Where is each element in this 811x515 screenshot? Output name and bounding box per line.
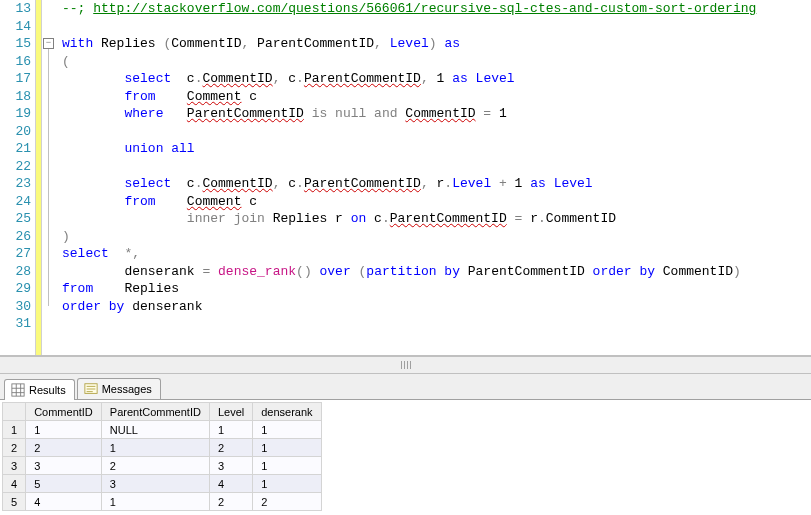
line-number: 29 <box>0 280 31 298</box>
cell[interactable]: 5 <box>26 475 102 493</box>
row-header[interactable]: 2 <box>3 439 26 457</box>
table-row[interactable]: 54122 <box>3 493 322 511</box>
svg-rect-0 <box>12 384 24 396</box>
code-line[interactable]: with Replies (CommentID, ParentCommentID… <box>62 35 805 53</box>
code-line[interactable] <box>62 123 805 141</box>
line-number: 21 <box>0 140 31 158</box>
cell[interactable]: 2 <box>26 439 102 457</box>
code-line[interactable]: from Comment c <box>62 193 805 211</box>
tab-messages-label: Messages <box>102 383 152 395</box>
code-line[interactable]: ( <box>62 53 805 71</box>
grid-icon <box>11 383 25 397</box>
cell[interactable]: 3 <box>209 457 252 475</box>
cell[interactable]: NULL <box>101 421 209 439</box>
line-number: 15 <box>0 35 31 53</box>
cell[interactable]: 3 <box>101 475 209 493</box>
messages-icon <box>84 382 98 396</box>
cell[interactable]: 2 <box>209 493 252 511</box>
cell[interactable]: 1 <box>101 493 209 511</box>
grid-corner <box>3 403 26 421</box>
cell[interactable]: 4 <box>209 475 252 493</box>
line-number: 14 <box>0 18 31 36</box>
cell[interactable]: 1 <box>101 439 209 457</box>
code-line[interactable] <box>62 158 805 176</box>
fold-toggle[interactable]: − <box>43 38 54 49</box>
line-number-gutter: 13141516171819202122232425262728293031 <box>0 0 36 355</box>
cell[interactable]: 1 <box>253 421 321 439</box>
cell[interactable]: 1 <box>253 475 321 493</box>
line-number: 24 <box>0 193 31 211</box>
line-number: 26 <box>0 228 31 246</box>
results-grid[interactable]: CommentIDParentCommentIDLeveldenserank 1… <box>2 402 322 511</box>
horizontal-scrollbar[interactable] <box>0 356 811 374</box>
line-number: 28 <box>0 263 31 281</box>
code-line[interactable]: from Comment c <box>62 88 805 106</box>
line-number: 31 <box>0 315 31 333</box>
results-tab-bar: Results Messages <box>0 374 811 400</box>
column-header[interactable]: denserank <box>253 403 321 421</box>
results-grid-wrap: CommentIDParentCommentIDLeveldenserank 1… <box>0 400 811 513</box>
tab-messages[interactable]: Messages <box>77 378 161 399</box>
cell[interactable]: 2 <box>101 457 209 475</box>
column-header[interactable]: ParentCommentID <box>101 403 209 421</box>
line-number: 25 <box>0 210 31 228</box>
code-line[interactable]: denserank = dense_rank() over (partition… <box>62 263 805 281</box>
cell[interactable]: 3 <box>26 457 102 475</box>
table-row[interactable]: 22121 <box>3 439 322 457</box>
code-line[interactable] <box>62 18 805 36</box>
code-line[interactable]: --; http://stackoverflow.com/questions/5… <box>62 0 805 18</box>
comment-link[interactable]: http://stackoverflow.com/questions/56606… <box>93 1 756 16</box>
table-row[interactable]: 45341 <box>3 475 322 493</box>
table-row[interactable]: 33231 <box>3 457 322 475</box>
code-line[interactable] <box>62 315 805 333</box>
line-number: 27 <box>0 245 31 263</box>
line-number: 18 <box>0 88 31 106</box>
line-number: 13 <box>0 0 31 18</box>
column-header[interactable]: CommentID <box>26 403 102 421</box>
code-line[interactable]: ) <box>62 228 805 246</box>
sql-editor-pane[interactable]: 13141516171819202122232425262728293031 −… <box>0 0 811 356</box>
code-line[interactable]: select c.CommentID, c.ParentCommentID, r… <box>62 175 805 193</box>
line-number: 30 <box>0 298 31 316</box>
row-header[interactable]: 4 <box>3 475 26 493</box>
table-row[interactable]: 11NULL11 <box>3 421 322 439</box>
cell[interactable]: 1 <box>253 439 321 457</box>
code-line[interactable]: select c.CommentID, c.ParentCommentID, 1… <box>62 70 805 88</box>
cell[interactable]: 2 <box>209 439 252 457</box>
cell[interactable]: 4 <box>26 493 102 511</box>
code-line[interactable]: where ParentCommentID is null and Commen… <box>62 105 805 123</box>
row-header[interactable]: 3 <box>3 457 26 475</box>
code-line[interactable]: union all <box>62 140 805 158</box>
row-header[interactable]: 5 <box>3 493 26 511</box>
tab-results[interactable]: Results <box>4 379 75 400</box>
cell[interactable]: 1 <box>26 421 102 439</box>
line-number: 19 <box>0 105 31 123</box>
scroll-grip-icon[interactable] <box>391 361 421 369</box>
tab-results-label: Results <box>29 384 66 396</box>
line-number: 17 <box>0 70 31 88</box>
line-number: 16 <box>0 53 31 71</box>
code-line[interactable]: inner join Replies r on c.ParentCommentI… <box>62 210 805 228</box>
line-number: 23 <box>0 175 31 193</box>
fold-strip: − <box>42 0 56 355</box>
line-number: 20 <box>0 123 31 141</box>
column-header[interactable]: Level <box>209 403 252 421</box>
fold-guide <box>48 49 49 306</box>
code-line[interactable]: select *, <box>62 245 805 263</box>
code-area[interactable]: --; http://stackoverflow.com/questions/5… <box>56 0 811 355</box>
results-pane: Results Messages CommentIDParentCommentI… <box>0 374 811 513</box>
row-header[interactable]: 1 <box>3 421 26 439</box>
code-line[interactable]: order by denserank <box>62 298 805 316</box>
cell[interactable]: 1 <box>253 457 321 475</box>
cell[interactable]: 1 <box>209 421 252 439</box>
cell[interactable]: 2 <box>253 493 321 511</box>
line-number: 22 <box>0 158 31 176</box>
code-line[interactable]: from Replies <box>62 280 805 298</box>
